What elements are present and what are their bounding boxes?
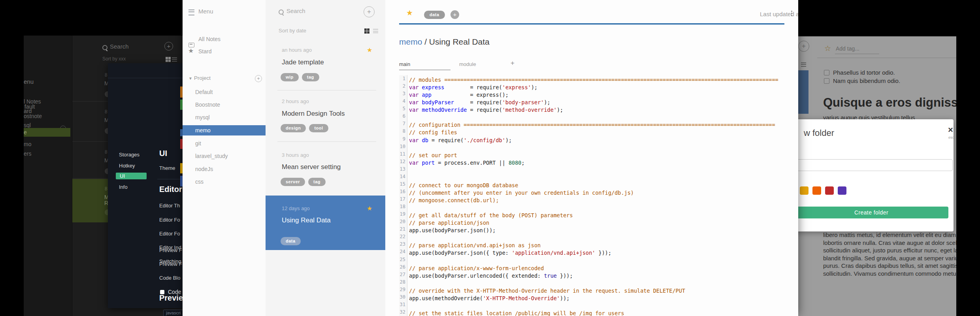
code-line bbox=[409, 234, 788, 242]
note-item[interactable]: 3 hours agoMean server settingservertag bbox=[266, 141, 385, 196]
sidebar-folder-item[interactable]: laravel_study bbox=[195, 153, 228, 159]
note-item-selected[interactable]: 12 days ago★Using Real Datadata bbox=[266, 196, 385, 250]
code-line: var port = process.env.PORT || 8080; bbox=[409, 159, 788, 167]
line-number: 30 bbox=[399, 293, 407, 301]
code-line bbox=[409, 174, 788, 182]
note-time: 2 hours ago bbox=[282, 98, 309, 104]
note-tag-pill[interactable]: data bbox=[424, 11, 445, 19]
code-line bbox=[409, 257, 788, 265]
code-line: var methodOverride = require('method-ove… bbox=[409, 106, 788, 114]
settings-nav-item-active[interactable]: UI bbox=[116, 173, 147, 179]
code-token: ; bbox=[522, 160, 525, 166]
line-number: 22 bbox=[399, 233, 407, 241]
code-line: // modules =============================… bbox=[409, 76, 788, 84]
dark-new-note-button[interactable]: + bbox=[164, 42, 173, 51]
breadcrumb-folder[interactable]: memo bbox=[399, 37, 422, 46]
code-token: methodOverride bbox=[422, 107, 467, 113]
dialog-title: w folder bbox=[804, 128, 834, 138]
tab-add[interactable]: + bbox=[511, 59, 514, 67]
tab-main[interactable]: main bbox=[399, 61, 410, 67]
sidebar-folder-item[interactable]: mysql bbox=[195, 114, 210, 120]
code-token bbox=[418, 137, 422, 143]
settings-editor-row: Editor Fo bbox=[159, 231, 180, 237]
tab-module[interactable]: module bbox=[459, 61, 476, 67]
dark-folder-item[interactable]: ostnote bbox=[24, 113, 42, 119]
create-folder-button[interactable]: Create folder bbox=[795, 207, 948, 218]
new-note-button[interactable]: + bbox=[364, 6, 375, 17]
editor-header-divider bbox=[399, 23, 784, 24]
code-line bbox=[409, 167, 788, 174]
line-number: 32 bbox=[399, 308, 407, 316]
code-line: app.use(bodyParser.urlencoded({ extended… bbox=[409, 272, 788, 280]
sidebar-folder-item[interactable]: nodeJs bbox=[195, 166, 213, 172]
sidebar-folder-item[interactable]: git bbox=[195, 140, 201, 147]
settings-ui-heading: UI bbox=[159, 149, 167, 158]
code-token: var bbox=[409, 92, 418, 98]
dark-menu-label[interactable]: enu bbox=[24, 78, 34, 85]
sidebar-item-starred[interactable]: Stard bbox=[198, 48, 211, 55]
code-token: // parse application/json bbox=[409, 220, 489, 226]
settings-nav-item[interactable]: Storages bbox=[119, 152, 139, 158]
close-icon[interactable]: × bbox=[948, 125, 953, 135]
code-token: // get all data/stuff of the body (POST)… bbox=[409, 212, 573, 218]
code-token: // set the static files location /public… bbox=[409, 310, 624, 316]
note-time: 3 hours ago bbox=[282, 152, 309, 158]
tag-pill: tag bbox=[302, 73, 319, 81]
list-view-icon[interactable] bbox=[172, 57, 177, 62]
tag-pill: server bbox=[281, 178, 305, 186]
sidebar-folder-item[interactable]: Default bbox=[195, 89, 213, 95]
search-input[interactable]: Search bbox=[286, 8, 305, 14]
code-line: // mongoose.connect(db.url); bbox=[409, 197, 788, 204]
sort-label[interactable]: Sort by date bbox=[279, 28, 306, 34]
dark-folder-item[interactable]: mo bbox=[24, 141, 31, 147]
settings-nav-item[interactable]: Info bbox=[119, 184, 128, 190]
note-star-icon[interactable]: ★ bbox=[406, 8, 413, 17]
sidebar-folder-item[interactable]: Boostnote bbox=[195, 102, 220, 108]
list-view-icon[interactable] bbox=[373, 29, 378, 33]
line-number: 3 bbox=[399, 90, 407, 98]
color-swatch[interactable] bbox=[800, 186, 808, 195]
color-swatch[interactable] bbox=[812, 186, 821, 195]
menu-label[interactable]: Menu bbox=[198, 8, 213, 15]
code-token: db bbox=[422, 137, 428, 143]
line-number: 23 bbox=[399, 241, 407, 248]
kebab-menu-icon[interactable] bbox=[791, 9, 792, 17]
code-token: express bbox=[422, 84, 445, 90]
dark-folder-item[interactable]: sql bbox=[24, 122, 31, 128]
code-token: })); bbox=[595, 250, 611, 256]
add-folder-button[interactable]: + bbox=[255, 75, 262, 82]
grid-view-icon[interactable] bbox=[364, 28, 369, 34]
note-title: Mean server setting bbox=[282, 163, 341, 171]
code-token: var bbox=[409, 84, 418, 90]
search-icon bbox=[279, 9, 284, 15]
folder-name-input[interactable] bbox=[796, 159, 953, 171]
chevron-down-icon[interactable]: ▼ bbox=[188, 76, 192, 81]
dark-folder-item-selected[interactable]: e bbox=[24, 128, 70, 137]
settings-nav-item[interactable]: Hotkey bbox=[119, 163, 135, 169]
color-swatch[interactable] bbox=[825, 186, 834, 195]
add-tag-button[interactable]: + bbox=[450, 10, 459, 19]
sidebar-folder-selected[interactable]: memo bbox=[183, 125, 266, 135]
dark-search-input[interactable]: Search bbox=[110, 43, 129, 50]
code-line bbox=[409, 302, 788, 310]
sidebar-item-all-notes[interactable]: All Notes bbox=[198, 36, 220, 42]
code-token bbox=[418, 160, 422, 166]
code-editor[interactable]: // modules =============================… bbox=[409, 76, 788, 316]
dark-folder-item[interactable]: fault bbox=[24, 103, 35, 110]
color-swatch[interactable] bbox=[838, 186, 846, 195]
dark-sort-label[interactable]: Sort by xxx bbox=[102, 56, 126, 62]
settings-checkbox[interactable] bbox=[160, 290, 164, 294]
sidebar-folder-item[interactable]: css bbox=[195, 179, 204, 185]
note-list-panel: Search + Sort by date an hours ago★Jade … bbox=[266, 0, 386, 316]
settings-editor-row: Editor Fo bbox=[159, 217, 180, 223]
line-number: 2 bbox=[399, 83, 407, 90]
code-token: true bbox=[544, 273, 557, 279]
grid-view-icon[interactable] bbox=[166, 57, 171, 62]
note-item[interactable]: 2 hours agoModern Design Toolsdesigntool bbox=[266, 90, 385, 141]
dark-folder-item[interactable]: ers bbox=[24, 150, 31, 157]
code-line: var app = express(); bbox=[409, 91, 788, 99]
note-item[interactable]: an hours ago★Jade templatewiptag bbox=[266, 41, 385, 90]
note-title: Using Real Data bbox=[282, 216, 331, 224]
project-section-label[interactable]: Project bbox=[194, 75, 211, 81]
menu-icon[interactable] bbox=[188, 9, 194, 15]
